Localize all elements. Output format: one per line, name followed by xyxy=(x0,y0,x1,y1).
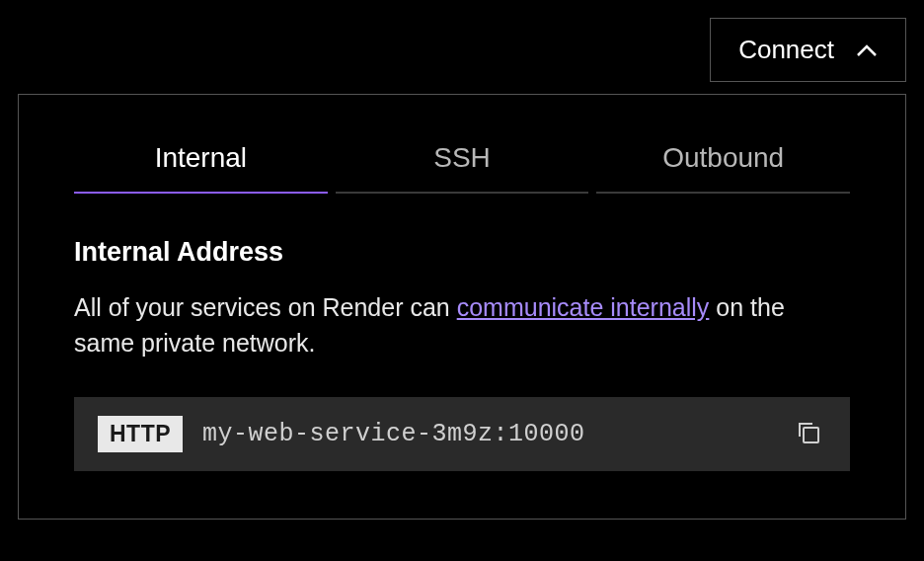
connect-button[interactable]: Connect xyxy=(710,18,906,82)
header: Connect xyxy=(18,18,906,82)
connect-panel: Internal SSH Outbound Internal Address A… xyxy=(18,94,906,520)
description-prefix: All of your services on Render can xyxy=(74,293,457,321)
tab-ssh[interactable]: SSH xyxy=(336,142,589,194)
description: All of your services on Render can commu… xyxy=(74,289,850,361)
tab-internal[interactable]: Internal xyxy=(74,142,328,194)
connect-label: Connect xyxy=(738,35,834,65)
address-value: my-web-service-3m9z:10000 xyxy=(202,420,771,448)
chevron-up-icon xyxy=(856,35,878,65)
tab-outbound[interactable]: Outbound xyxy=(596,142,850,194)
address-box: HTTP my-web-service-3m9z:10000 xyxy=(74,397,850,471)
svg-rect-0 xyxy=(804,428,818,442)
tabs: Internal SSH Outbound xyxy=(74,142,850,194)
copy-icon xyxy=(795,419,822,449)
communicate-internally-link[interactable]: communicate internally xyxy=(457,293,710,321)
protocol-badge: HTTP xyxy=(98,416,183,452)
copy-button[interactable] xyxy=(791,415,826,453)
section-title: Internal Address xyxy=(74,237,850,268)
